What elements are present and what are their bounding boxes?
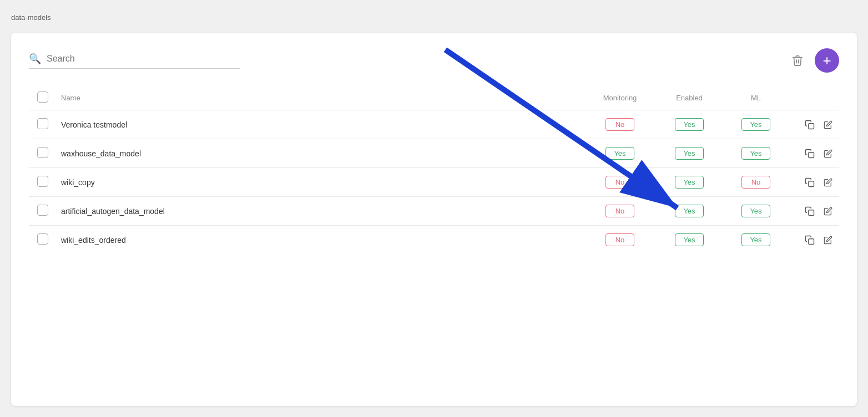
edit-icon: [824, 178, 832, 187]
row-check-cell: [29, 139, 57, 168]
add-button[interactable]: +: [815, 48, 839, 73]
row-name: Veronica testmodel: [57, 110, 584, 139]
col-header-enabled: Enabled: [656, 86, 723, 110]
row-check-cell: [29, 226, 57, 255]
edit-button[interactable]: [821, 148, 835, 159]
table-row: wiki_edits_ordered No Yes Yes: [29, 226, 839, 255]
row-check-cell: [29, 110, 57, 139]
edit-button[interactable]: [821, 119, 835, 130]
copy-button[interactable]: [803, 119, 817, 131]
page-title: data-models: [11, 11, 857, 24]
row-monitoring: No: [584, 226, 656, 255]
row-check-cell: [29, 197, 57, 226]
trash-icon: [791, 54, 804, 67]
col-header-check: [29, 86, 57, 110]
data-models-table: Name Monitoring Enabled ML Veronica test…: [29, 86, 839, 254]
edit-button[interactable]: [821, 177, 835, 188]
table-row: artificial_autogen_data_model No Yes Yes: [29, 197, 839, 226]
copy-button[interactable]: [803, 234, 817, 246]
row-enabled: Yes: [656, 197, 723, 226]
row-enabled: Yes: [656, 226, 723, 255]
col-header-name: Name: [57, 86, 584, 110]
svg-rect-3: [809, 152, 814, 157]
col-header-monitoring: Monitoring: [584, 86, 656, 110]
copy-icon: [805, 177, 815, 187]
main-card: 🔍 + Name: [11, 33, 857, 406]
col-header-actions: [789, 86, 839, 110]
row-ml: Yes: [723, 139, 789, 168]
row-enabled: Yes: [656, 139, 723, 168]
copy-icon: [805, 206, 815, 216]
search-container: 🔍: [29, 53, 240, 69]
plus-icon: +: [822, 53, 831, 68]
edit-button[interactable]: [821, 206, 835, 217]
row-ml: Yes: [723, 197, 789, 226]
table-header-row: Name Monitoring Enabled ML: [29, 86, 839, 110]
row-actions-cell: [789, 197, 839, 226]
row-actions-cell: [789, 139, 839, 168]
row-name: waxhouse_data_model: [57, 139, 584, 168]
copy-icon: [805, 120, 815, 130]
edit-icon: [824, 149, 832, 158]
row-monitoring: No: [584, 168, 656, 197]
row-checkbox[interactable]: [37, 205, 48, 216]
table-row: wiki_copy No Yes No: [29, 168, 839, 197]
edit-icon: [824, 236, 832, 245]
toolbar-actions: +: [788, 48, 839, 73]
svg-rect-6: [809, 238, 814, 244]
copy-icon: [805, 235, 815, 245]
row-actions-cell: [789, 226, 839, 255]
row-checkbox[interactable]: [37, 118, 48, 129]
edit-icon: [824, 207, 832, 216]
svg-rect-2: [809, 123, 814, 129]
copy-icon: [805, 149, 815, 159]
table-row: Veronica testmodel No Yes Yes: [29, 110, 839, 139]
row-ml: Yes: [723, 110, 789, 139]
toolbar: 🔍 +: [29, 48, 839, 73]
row-actions-cell: [789, 110, 839, 139]
row-monitoring: No: [584, 110, 656, 139]
header-checkbox[interactable]: [37, 91, 48, 103]
row-actions-cell: [789, 168, 839, 197]
row-checkbox[interactable]: [37, 176, 48, 187]
row-enabled: Yes: [656, 168, 723, 197]
row-ml: No: [723, 168, 789, 197]
col-header-ml: ML: [723, 86, 789, 110]
edit-icon: [824, 120, 832, 129]
svg-rect-4: [809, 181, 814, 186]
copy-button[interactable]: [803, 176, 817, 189]
row-name: artificial_autogen_data_model: [57, 197, 584, 226]
search-input[interactable]: [47, 54, 240, 64]
row-monitoring: Yes: [584, 139, 656, 168]
edit-button[interactable]: [821, 235, 835, 246]
search-icon: 🔍: [29, 53, 41, 65]
svg-rect-5: [809, 210, 814, 215]
row-checkbox[interactable]: [37, 233, 48, 245]
row-name: wiki_copy: [57, 168, 584, 197]
row-name: wiki_edits_ordered: [57, 226, 584, 255]
delete-button[interactable]: [788, 51, 807, 70]
table-row: waxhouse_data_model Yes Yes Yes: [29, 139, 839, 168]
row-checkbox[interactable]: [37, 147, 48, 158]
row-ml: Yes: [723, 226, 789, 255]
copy-button[interactable]: [803, 205, 817, 217]
copy-button[interactable]: [803, 148, 817, 160]
row-check-cell: [29, 168, 57, 197]
row-enabled: Yes: [656, 110, 723, 139]
row-monitoring: No: [584, 197, 656, 226]
